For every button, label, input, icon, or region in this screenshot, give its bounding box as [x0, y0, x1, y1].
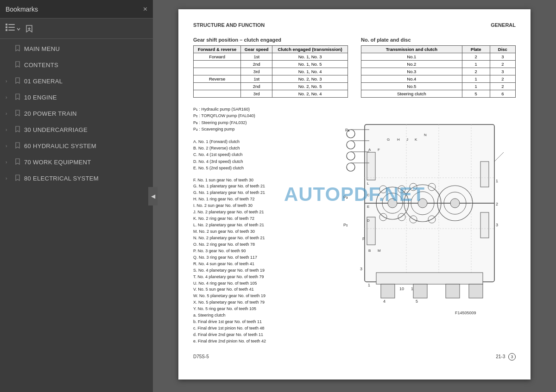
component-item: G. No. 1 planetary gear No. of teeth 21: [193, 183, 328, 190]
table-cell: No. 1, No. 3: [272, 53, 348, 61]
sidebar-item-main-menu[interactable]: MAIN MENU: [0, 41, 153, 57]
svg-text:3: 3: [360, 267, 362, 271]
sidebar-toolbar: [0, 19, 153, 39]
sidebar-item-engine[interactable]: ›10 ENGINE: [0, 89, 153, 106]
table-cell: No. 2, No. 3: [272, 75, 348, 83]
sidebar-item-undercarriage[interactable]: ›30 UNDERCARRIAGE: [0, 122, 153, 138]
component-item: G. No. 1 planetary gear No. of teeth 21: [193, 190, 328, 196]
svg-rect-70: [446, 284, 460, 298]
svg-text:4: 4: [383, 299, 385, 304]
component-item: T. No. 4 planetary gear No. of teeth 79: [193, 274, 328, 280]
svg-text:2: 2: [496, 202, 498, 206]
sidebar-item-electrical[interactable]: ›80 ELECTRICAL SYSTEM: [0, 170, 153, 187]
table-cell: Forward: [194, 53, 241, 61]
table-cell: 2nd: [241, 83, 272, 90]
component-item: F. No. 1 sun gear No. of teeth 30: [193, 177, 328, 184]
clutches-list: A. No. 1 (Forward) clutchB. No. 2 (Rever…: [193, 138, 328, 172]
svg-text:F: F: [378, 148, 380, 152]
svg-rect-2: [6, 26, 7, 28]
table-cell: 2: [462, 68, 490, 75]
component-item: M. No. 2 sun gear No. of teeth 30: [193, 229, 328, 235]
table-cell: 1: [462, 61, 490, 68]
table-cell: 2: [490, 75, 515, 83]
sidebar-item-label: 30 UNDERCARRIAGE: [24, 126, 88, 133]
component-item: d. Final drive 2nd gear No. of teeth 11: [193, 332, 328, 338]
main-content: AUTOPDF.NET STRUCTURE AND FUNCTION GENER…: [153, 0, 556, 392]
svg-text:M: M: [378, 249, 381, 253]
component-item: S. No. 4 planetary gear No. of teeth 19: [193, 268, 328, 274]
components-list: F. No. 1 sun gear No. of teeth 30G. No. …: [193, 177, 328, 345]
bookmark-add-button[interactable]: [25, 24, 34, 33]
table-cell: No.5: [361, 83, 462, 90]
table-cell: 1: [462, 75, 490, 83]
component-item: X. No. 5 planetary gear No. of teeth 79: [193, 299, 328, 306]
table-cell: 2: [490, 61, 515, 68]
table-row: 3rdNo. 2, No. 4: [194, 90, 348, 98]
svg-text:P₂: P₂: [343, 223, 348, 227]
svg-text:10: 10: [399, 286, 404, 291]
bookmark-icon: [15, 77, 20, 85]
list-view-button[interactable]: [6, 23, 21, 34]
svg-text:3: 3: [496, 223, 498, 227]
table-cell: 2: [490, 83, 515, 90]
table-cell: [194, 83, 241, 90]
table-cell: [194, 68, 241, 75]
component-item: Y. No. 5 ring gear No. of teeth 105: [193, 306, 328, 312]
table-cell: 6: [490, 90, 515, 98]
clutch-item: E. No. 5 (2nd speed) clutch: [193, 165, 328, 171]
technical-diagram: P₃ P₂ P₁ P₄: [337, 106, 516, 321]
sidebar-item-hydraulic[interactable]: ›60 HYDRAULIC SYSTEM: [0, 138, 153, 154]
component-item: O. No. 2 ring gear No. of teeth 78: [193, 242, 328, 248]
bookmark-icon: [15, 110, 20, 118]
sidebar-item-label: 20 POWER TRAIN: [24, 110, 77, 117]
sidebar-item-power-train[interactable]: ›20 POWER TRAIN: [0, 106, 153, 122]
table-header-cell: Transmission and clutch: [361, 46, 462, 53]
svg-text:D: D: [367, 218, 370, 223]
table-cell: No. 2, No. 5: [272, 83, 348, 90]
svg-text:G: G: [387, 137, 390, 142]
table-row: No.412: [361, 75, 516, 83]
plate-disc-table: Transmission and clutchPlateDiscNo.123No…: [361, 45, 516, 98]
table-cell: 1: [462, 83, 490, 90]
table-cell: No.4: [361, 75, 462, 83]
header-right: GENERAL: [491, 22, 516, 28]
svg-rect-5: [8, 30, 15, 31]
table-cell: No. 2, No. 4: [272, 90, 348, 98]
close-button[interactable]: ×: [143, 6, 147, 13]
component-item: V. No. 5 sun gear No. of teeth 41: [193, 286, 328, 293]
clutch-item: B. No. 2 (Reverse) clutch: [193, 145, 328, 151]
svg-point-11: [347, 152, 355, 160]
chevron-left-icon: ◀: [151, 193, 155, 199]
sidebar-item-general[interactable]: ›01 GENERAL: [0, 73, 153, 89]
table-header-cell: Disc: [490, 46, 515, 53]
svg-rect-28: [367, 152, 375, 180]
table-cell: No. 1, No. 4: [272, 68, 348, 75]
sidebar-header: Bookmarks ×: [0, 0, 153, 19]
pump-item: P₂ : TORQFLOW pump (FAL040): [193, 112, 328, 119]
component-item: b. Final drive 1st gear No. of teeth 11: [193, 319, 328, 325]
tables-section: Gear shift position – clutch engaged For…: [193, 37, 516, 98]
expand-arrow-icon: ›: [6, 143, 11, 149]
table-cell: 3rd: [241, 68, 272, 75]
expand-arrow-icon: ›: [6, 79, 11, 84]
expand-arrow-icon: ›: [6, 127, 11, 132]
collapse-sidebar-handle[interactable]: ◀: [148, 187, 158, 205]
svg-text:C: C: [367, 193, 370, 197]
svg-text:5: 5: [416, 299, 418, 304]
clutch-item: C. No. 4 (1st speed) clutch: [193, 151, 328, 158]
sidebar-item-label: CONTENTS: [24, 62, 58, 68]
svg-rect-0: [6, 24, 7, 25]
svg-text:K: K: [415, 137, 417, 142]
component-item: c. Final drive 1st pinion No. of teeth 4…: [193, 325, 328, 332]
component-item: H. No. 1 ring gear No. of teeth 72: [193, 196, 328, 203]
table-row: No.323: [361, 68, 516, 75]
sidebar-item-work-equipment[interactable]: ›70 WORK EQUIPMENT: [0, 154, 153, 170]
svg-rect-68: [381, 284, 395, 298]
table-cell: 3: [490, 53, 515, 61]
sidebar-item-label: 60 HYDRAULIC SYSTEM: [24, 143, 96, 149]
pump-item: P₁ : Hydraulic pump (SAR160): [193, 106, 328, 112]
svg-text:P₃: P₃: [343, 195, 348, 199]
table-row: Forward1stNo. 1, No. 3: [194, 53, 348, 61]
component-item: P. No. 3 gear No. of teeth 90: [193, 248, 328, 255]
sidebar-item-contents[interactable]: CONTENTS: [0, 57, 153, 73]
